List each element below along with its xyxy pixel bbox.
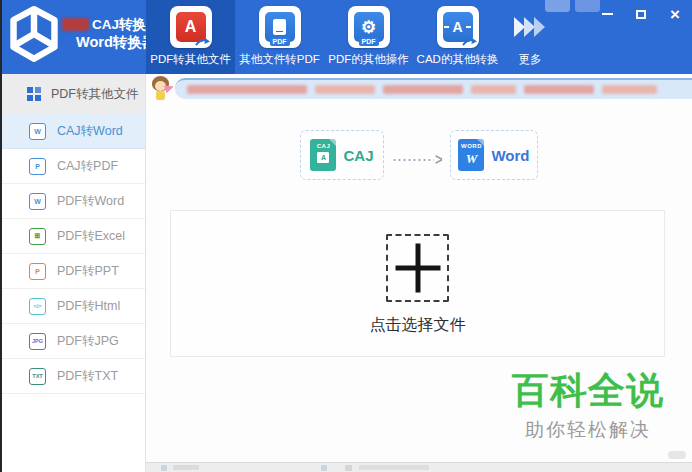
status-faint-icon <box>345 465 352 471</box>
watermark: 百科全说 助你轻松解决 <box>512 371 664 443</box>
scroll-corner <box>668 451 686 459</box>
sidebar-item-label: PDF转Html <box>57 298 120 315</box>
pdf-ppt-icon: P <box>29 263 46 280</box>
redacted-announcement-text <box>602 85 657 94</box>
titlebar-partial-button[interactable] <box>575 0 600 12</box>
main-content: CAJ A CAJ > WORD W Word <box>146 74 692 462</box>
tab-label: 其他文件转PDF <box>239 52 320 67</box>
target-format-label: Word <box>491 147 529 164</box>
sidebar-item-pdf-to-jpg[interactable]: JPG PDF转JPG <box>0 324 145 359</box>
sidebar-item-pdf-to-excel[interactable]: ⊞ PDF转Excel <box>0 219 145 254</box>
announcement-bubble <box>175 78 692 99</box>
status-bar <box>145 462 692 472</box>
cube-logo-icon <box>8 6 60 62</box>
sidebar: PDF转其他文件 W CAJ转Word P CAJ转PDF W PDF转Word… <box>0 74 146 472</box>
convert-arrow-icon <box>462 37 478 47</box>
top-tab-bar: A PDF转其他文件 PDF 其他文件转PDF ⚙ PDF <box>146 0 558 74</box>
source-format-label: CAJ <box>343 147 373 164</box>
caj-file-icon: CAJ A <box>310 139 336 171</box>
watermark-title: 百科全说 <box>512 371 664 412</box>
sidebar-item-label: CAJ转Word <box>57 123 123 140</box>
status-faint-text <box>173 465 199 470</box>
cad-convert-icon: A <box>437 6 479 48</box>
tab-pdf-operations[interactable]: ⚙ PDF PDF的其他操作 <box>324 0 413 74</box>
redacted-brand-text <box>62 18 89 31</box>
grid-icon <box>27 87 41 101</box>
file-drop-panel: 点击选择文件 <box>170 210 665 357</box>
minimize-button[interactable] <box>598 6 616 22</box>
sidebar-item-pdf-to-word[interactable]: W PDF转Word <box>0 184 145 219</box>
status-faint-icon <box>321 465 327 471</box>
sidebar-item-pdf-to-txt[interactable]: TXT PDF转TXT <box>0 359 145 394</box>
redacted-announcement-text <box>315 85 375 94</box>
redacted-announcement-text <box>383 85 463 94</box>
add-file-dropzone[interactable] <box>386 234 449 302</box>
app-title-line2: Word转换器 <box>62 33 160 51</box>
tab-label: PDF的其他操作 <box>328 52 409 67</box>
pdf-jpg-icon: JPG <box>29 333 46 350</box>
announcer-mascot-icon <box>152 76 174 102</box>
sidebar-item-pdf-to-html[interactable]: </> PDF转Html <box>0 289 145 324</box>
pdf-txt-icon: TXT <box>29 368 46 385</box>
sidebar-header-pdf-to-other[interactable]: PDF转其他文件 <box>0 74 145 114</box>
status-faint-icon <box>161 465 167 471</box>
tab-cad-convert[interactable]: A CAD的其他转换 <box>413 0 502 74</box>
redacted-announcement-text <box>187 85 307 94</box>
announcement-banner <box>146 76 692 102</box>
window-left-edge <box>0 0 2 472</box>
sidebar-item-caj-to-word[interactable]: W CAJ转Word <box>0 114 145 149</box>
sidebar-item-pdf-to-ppt[interactable]: P PDF转PPT <box>0 254 145 289</box>
pdf-excel-icon: ⊞ <box>29 228 46 245</box>
adobe-pdf-icon: A <box>170 6 212 48</box>
sidebar-item-label: PDF转PPT <box>57 263 119 280</box>
sidebar-item-label: PDF转Excel <box>57 228 125 245</box>
dotted-arrow-icon: > <box>392 152 444 167</box>
sidebar-item-label: PDF转TXT <box>57 368 118 385</box>
sidebar-item-label: PDF转JPG <box>57 333 119 350</box>
titlebar: CAJ转换成 Word转换器 A PDF转其他文件 PDF <box>0 0 692 74</box>
caj-word-icon: W <box>29 123 46 140</box>
app-title: CAJ转换成 Word转换器 <box>62 17 160 52</box>
tab-pdf-to-other[interactable]: A PDF转其他文件 <box>146 0 235 74</box>
redacted-announcement-text <box>471 85 516 94</box>
sidebar-header-label: PDF转其他文件 <box>51 86 139 103</box>
tab-label: CAD的其他转换 <box>417 52 499 67</box>
tab-label: PDF转其他文件 <box>150 52 231 67</box>
source-format-box: CAJ A CAJ <box>300 130 384 180</box>
app-logo-area: CAJ转换成 Word转换器 <box>8 6 160 62</box>
tab-label: 更多 <box>519 52 542 67</box>
pdf-gears-icon: ⚙ PDF <box>348 6 390 48</box>
pdf-word-icon: W <box>29 193 46 210</box>
redacted-announcement-text <box>524 85 594 94</box>
titlebar-partial-button[interactable] <box>545 0 570 12</box>
pdf-html-icon: </> <box>29 298 46 315</box>
sidebar-item-label: CAJ转PDF <box>57 158 118 175</box>
maximize-button[interactable] <box>632 6 650 22</box>
dropzone-label: 点击选择文件 <box>370 315 466 336</box>
file-to-pdf-icon: PDF <box>259 6 301 48</box>
sidebar-item-caj-to-pdf[interactable]: P CAJ转PDF <box>0 149 145 184</box>
target-format-box: WORD W Word <box>450 130 538 180</box>
caj-pdf-icon: P <box>29 158 46 175</box>
more-chevrons-icon <box>512 6 548 48</box>
tab-other-to-pdf[interactable]: PDF 其他文件转PDF <box>235 0 324 74</box>
status-faint-text <box>359 465 429 470</box>
plus-icon <box>415 244 420 293</box>
watermark-subtitle: 助你轻松解决 <box>512 417 664 443</box>
app-window: CAJ转换成 Word转换器 A PDF转其他文件 PDF <box>0 0 692 472</box>
conversion-illustration: CAJ A CAJ > WORD W Word <box>146 130 692 180</box>
window-controls: × <box>598 6 684 22</box>
close-button[interactable]: × <box>666 6 684 22</box>
word-file-icon: WORD W <box>458 139 484 171</box>
convert-arrow-icon <box>195 37 211 47</box>
sidebar-item-label: PDF转Word <box>57 193 124 210</box>
